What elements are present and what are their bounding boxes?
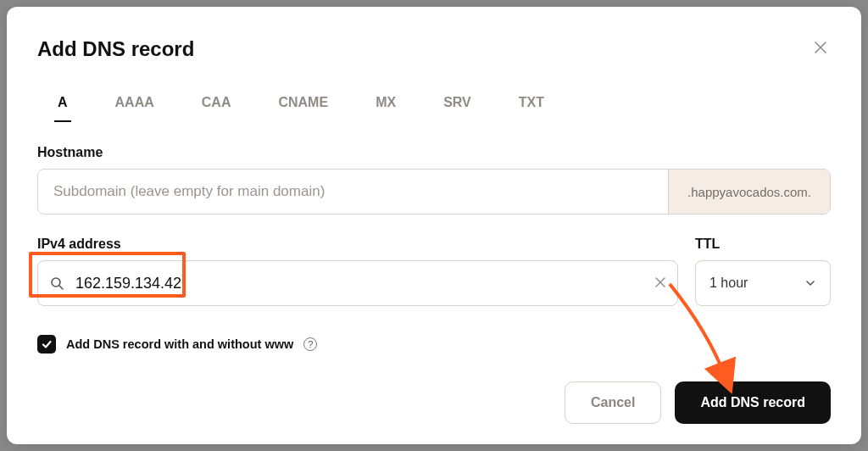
ipv4-input-wrap — [37, 260, 678, 306]
hostname-input[interactable] — [38, 170, 668, 214]
ipv4-label: IPv4 address — [37, 237, 678, 252]
hostname-label: Hostname — [37, 145, 831, 160]
close-button[interactable] — [810, 37, 831, 58]
search-icon — [50, 276, 64, 290]
hostname-field-group: .happyavocados.com. — [37, 169, 831, 214]
svg-line-1 — [59, 286, 63, 289]
record-type-tabs: A AAAA CAA CNAME MX SRV TXT — [37, 95, 831, 123]
ipv4-input[interactable] — [74, 274, 645, 293]
ttl-select[interactable]: 1 hour — [695, 260, 831, 306]
tab-a[interactable]: A — [54, 95, 71, 122]
ttl-label: TTL — [695, 237, 831, 252]
form-body: Hostname .happyavocados.com. IPv4 addres… — [37, 145, 831, 354]
tab-aaaa[interactable]: AAAA — [112, 95, 158, 122]
close-icon — [655, 277, 665, 287]
cancel-button[interactable]: Cancel — [565, 381, 661, 424]
tab-cname[interactable]: CNAME — [275, 95, 331, 122]
www-checkbox[interactable] — [37, 335, 56, 354]
submit-button[interactable]: Add DNS record — [675, 381, 831, 424]
help-icon[interactable]: ? — [303, 337, 317, 351]
ttl-selected-value: 1 hour — [709, 276, 748, 291]
check-icon — [41, 338, 53, 350]
modal-footer: Cancel Add DNS record — [37, 365, 831, 424]
tab-txt[interactable]: TXT — [515, 95, 548, 122]
tab-srv[interactable]: SRV — [440, 95, 475, 122]
www-checkbox-row: Add DNS record with and without www ? — [37, 335, 831, 354]
domain-suffix: .happyavocados.com. — [668, 170, 830, 214]
modal-title: Add DNS record — [37, 37, 194, 61]
modal-header: Add DNS record — [37, 37, 831, 61]
close-icon — [814, 41, 827, 54]
chevron-down-icon — [804, 277, 816, 289]
clear-ipv4-button[interactable] — [655, 276, 665, 291]
tab-caa[interactable]: CAA — [198, 95, 235, 122]
www-checkbox-label: Add DNS record with and without www — [66, 337, 293, 351]
tab-mx[interactable]: MX — [372, 95, 399, 122]
add-dns-record-modal: Add DNS record A AAAA CAA CNAME MX SRV T… — [7, 7, 861, 444]
